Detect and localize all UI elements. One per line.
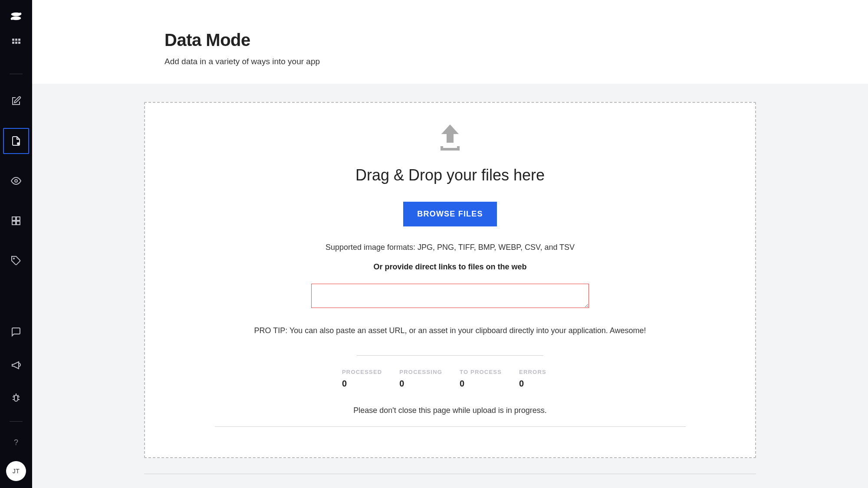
tag-icon[interactable]	[3, 248, 29, 274]
svg-rect-14	[12, 221, 16, 225]
status-value: 0	[399, 379, 442, 389]
supported-formats-text: Supported image formats: JPG, PNG, TIFF,…	[326, 243, 575, 252]
status-value: 0	[342, 379, 382, 389]
logo-icon[interactable]	[10, 10, 23, 23]
bug-icon[interactable]	[3, 385, 29, 411]
page-subtitle: Add data in a variety of ways into your …	[164, 57, 868, 66]
page-header: Data Mode Add data in a variety of ways …	[32, 0, 868, 84]
svg-point-2	[19, 13, 21, 15]
or-links-text: Or provide direct links to files on the …	[373, 262, 526, 272]
content-area: Drag & Drop your files here BROWSE FILES…	[32, 84, 868, 488]
svg-point-3	[11, 18, 13, 20]
eye-icon[interactable]	[3, 168, 29, 194]
status-processed: PROCESSED 0	[342, 369, 382, 389]
status-divider-top	[357, 355, 543, 356]
main-content: Data Mode Add data in a variety of ways …	[32, 0, 868, 488]
status-value: 0	[460, 379, 502, 389]
status-value: 0	[519, 379, 558, 389]
status-label: ERRORS	[519, 369, 558, 375]
svg-point-11	[15, 180, 17, 182]
status-row: PROCESSED 0 PROCESSING 0 TO PROCESS 0 ER…	[342, 369, 558, 389]
svg-rect-13	[16, 217, 20, 220]
upload-warning: Please don't close this page while uploa…	[353, 406, 547, 415]
svg-rect-4	[12, 39, 14, 41]
upload-icon	[439, 124, 461, 153]
apps-icon[interactable]	[3, 29, 29, 56]
sidebar: ? JT	[0, 0, 32, 488]
data-mode-icon[interactable]	[3, 128, 29, 154]
pro-tip-text: PRO TIP: You can also paste an asset URL…	[254, 326, 646, 335]
status-to-process: TO PROCESS 0	[460, 369, 502, 389]
status-label: PROCESSED	[342, 369, 382, 375]
status-label: PROCESSING	[399, 369, 442, 375]
help-icon[interactable]: ?	[14, 438, 18, 447]
svg-rect-8	[15, 42, 17, 44]
svg-rect-6	[18, 39, 20, 41]
drag-drop-title: Drag & Drop your files here	[355, 166, 545, 184]
svg-rect-5	[15, 39, 17, 41]
status-divider-bottom	[215, 426, 686, 427]
url-input[interactable]	[311, 284, 589, 308]
bottom-rule	[144, 474, 756, 474]
svg-rect-7	[12, 42, 14, 44]
status-label: TO PROCESS	[460, 369, 502, 375]
status-errors: ERRORS 0	[519, 369, 558, 389]
status-processing: PROCESSING 0	[399, 369, 442, 389]
svg-point-10	[17, 143, 19, 144]
grid-icon[interactable]	[3, 208, 29, 234]
sidebar-divider-bottom	[10, 421, 23, 422]
svg-rect-12	[12, 217, 16, 220]
chat-icon[interactable]	[3, 319, 29, 345]
upload-dropzone[interactable]: Drag & Drop your files here BROWSE FILES…	[144, 102, 756, 458]
megaphone-icon[interactable]	[3, 352, 29, 378]
user-avatar[interactable]: JT	[6, 461, 26, 481]
svg-rect-15	[16, 221, 20, 225]
edit-icon[interactable]	[3, 88, 29, 114]
browse-files-button[interactable]: BROWSE FILES	[403, 202, 496, 226]
sidebar-divider	[10, 74, 23, 74]
page-title: Data Mode	[164, 30, 868, 50]
svg-rect-9	[18, 42, 20, 44]
svg-point-16	[13, 258, 14, 259]
